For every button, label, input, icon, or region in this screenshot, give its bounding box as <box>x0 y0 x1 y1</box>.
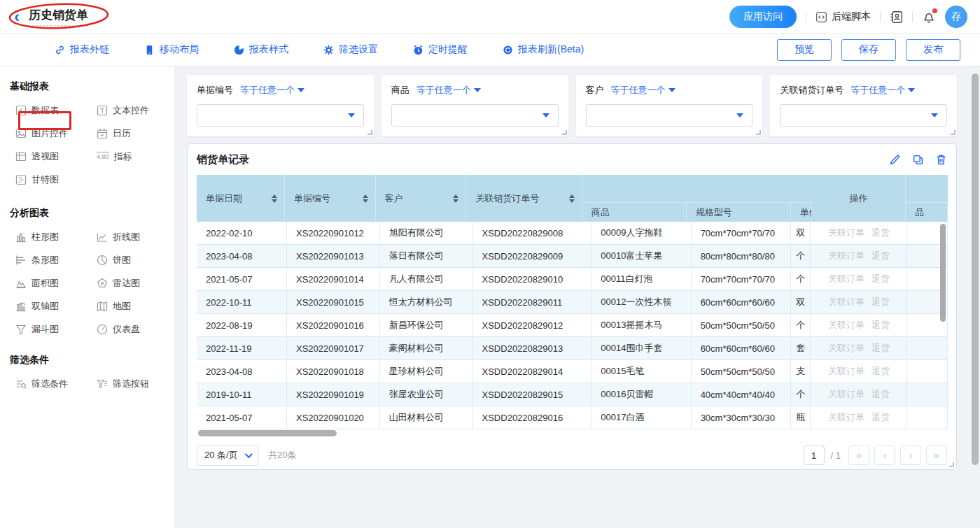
table-row[interactable]: 2021-05-07 XS20220901014 凡人有限公司 XSDD2022… <box>197 268 948 291</box>
next-page-button[interactable]: › <box>900 445 921 465</box>
table-row[interactable]: 2022-10-11 XS20220901015 恒太方材料公司 XSDD202… <box>197 291 948 314</box>
sidebar-item-pie-chart[interactable]: 饼图 <box>97 253 174 266</box>
sort-icon[interactable] <box>272 194 277 203</box>
return-goods-link[interactable]: 退货 <box>872 296 890 308</box>
sidebar-item-pivot[interactable]: 透视图 <box>15 150 97 163</box>
sort-icon[interactable] <box>363 194 368 203</box>
copy-button[interactable] <box>912 154 924 166</box>
related-order-link[interactable]: 关联订单 <box>828 273 864 285</box>
publish-button[interactable]: 发布 <box>906 39 960 61</box>
resize-handle[interactable] <box>756 130 761 135</box>
filter-operator[interactable]: 等于任意一个 <box>611 84 676 97</box>
related-order-link[interactable]: 关联订单 <box>828 250 864 262</box>
delete-button[interactable] <box>935 154 947 166</box>
related-order-link[interactable]: 关联订单 <box>828 342 864 355</box>
app-access-button[interactable]: 应用访问 <box>729 6 797 28</box>
table-horizontal-scrollbar[interactable] <box>197 430 947 437</box>
filter-operator[interactable]: 等于任意一个 <box>850 84 915 97</box>
sort-icon[interactable] <box>453 194 458 203</box>
return-goods-link[interactable]: 退货 <box>872 365 890 378</box>
avatar[interactable]: 存 <box>945 6 967 28</box>
notifications-button[interactable] <box>922 10 936 24</box>
table-row[interactable]: 2021-05-07 XS20220901020 山田材料公司 XSDD2022… <box>197 406 948 429</box>
page-scrollbar-thumb[interactable] <box>972 73 979 465</box>
col-header-date[interactable]: 单据日期 <box>197 175 285 222</box>
resize-handle[interactable] <box>951 130 955 135</box>
toolbar-item-external-link[interactable]: 报表外链 <box>55 43 109 56</box>
col-header-customer[interactable]: 客户 <box>376 175 467 222</box>
return-goods-link[interactable]: 退货 <box>872 250 890 262</box>
table-row[interactable]: 2022-11-19 XS20220901017 豪阁材料公司 XSDD2022… <box>197 337 948 360</box>
table-row[interactable]: 2019-10-11 XS20220901019 张屋农业公司 XSDD2022… <box>197 383 948 406</box>
sort-icon[interactable] <box>569 194 575 203</box>
sidebar-item-metric[interactable]: 4,80 指标 <box>97 150 174 163</box>
edit-button[interactable] <box>889 154 901 166</box>
table-row[interactable]: 2022-08-19 XS20220901016 新昌环保公司 XSDD2022… <box>197 314 948 337</box>
return-goods-link[interactable]: 退货 <box>872 227 890 239</box>
toolbar-item-report-refresh[interactable]: 报表刷新(Beta) <box>503 43 584 56</box>
resize-handle[interactable] <box>368 130 372 135</box>
filter-dropdown[interactable] <box>197 104 364 127</box>
return-goods-link[interactable]: 退货 <box>872 319 890 331</box>
sales-record-table-card[interactable]: 销货单记录 单据日期 单据编号 客户 关联销货订单号 商品 规格型号 单位 <box>187 143 957 470</box>
filter-card-customer[interactable]: 客户 等于任意一个 <box>576 75 763 136</box>
related-order-link[interactable]: 关联订单 <box>828 365 864 378</box>
filter-dropdown[interactable] <box>586 104 753 127</box>
preview-button[interactable]: 预览 <box>777 39 832 61</box>
sidebar-item-filter-condition[interactable]: 筛选条件 <box>15 377 97 390</box>
related-order-link[interactable]: 关联订单 <box>828 296 864 308</box>
filter-card-order-code[interactable]: 单据编号 等于任意一个 <box>187 75 374 136</box>
sidebar-item-line-chart[interactable]: 折线图 <box>97 230 174 243</box>
col-header-unit[interactable]: 单位 <box>791 203 812 222</box>
toolbar-item-report-style[interactable]: 报表样式 <box>234 43 288 56</box>
back-icon[interactable]: ‹ <box>14 8 20 25</box>
sidebar-item-radar-chart[interactable]: 雷达图 <box>97 276 174 290</box>
sidebar-item-gauge[interactable]: 仪表盘 <box>97 322 174 336</box>
table-row[interactable]: 2023-04-08 XS20220901013 落日有限公司 XSDD2022… <box>197 245 948 268</box>
sidebar-item-calendar[interactable]: 日历 <box>97 127 174 140</box>
sidebar-item-column-chart[interactable]: 柱形图 <box>15 230 97 243</box>
return-goods-link[interactable]: 退货 <box>872 273 890 285</box>
sidebar-item-dual-axis-chart[interactable]: 双轴图 <box>15 299 97 313</box>
sidebar-item-text-widget[interactable]: 文本控件 <box>97 104 174 117</box>
contacts-button[interactable] <box>890 10 903 24</box>
table-row[interactable]: 2023-04-08 XS20220901018 星珍材料公司 XSDD2022… <box>197 360 948 383</box>
sidebar-item-data-table[interactable]: 数据表 <box>15 104 97 117</box>
first-page-button[interactable]: « <box>848 445 869 465</box>
return-goods-link[interactable]: 退货 <box>872 388 890 401</box>
page-title[interactable]: 历史销货单 <box>29 7 88 26</box>
sidebar-item-filter-button[interactable]: 筛选按钮 <box>97 377 174 390</box>
toolbar-item-mobile-layout[interactable]: 移动布局 <box>144 43 199 56</box>
col-header-code[interactable]: 单据编号 <box>285 175 376 222</box>
filter-card-product[interactable]: 商品 等于任意一个 <box>382 75 568 136</box>
filter-dropdown[interactable] <box>391 104 559 127</box>
save-button[interactable]: 保存 <box>841 39 896 61</box>
sidebar-item-bar-chart[interactable]: 条形图 <box>15 253 97 266</box>
resize-handle[interactable] <box>949 462 954 467</box>
page-size-select[interactable]: 20 条/页 <box>197 445 258 466</box>
filter-operator[interactable]: 等于任意一个 <box>240 84 304 97</box>
sidebar-item-area-chart[interactable]: 面积图 <box>15 276 97 290</box>
resize-handle[interactable] <box>562 130 567 135</box>
filter-card-related-order[interactable]: 关联销货订单号 等于任意一个 <box>770 75 957 136</box>
filter-operator[interactable]: 等于任意一个 <box>416 84 481 97</box>
return-goods-link[interactable]: 退货 <box>872 411 890 424</box>
table-vertical-scrollbar[interactable] <box>940 224 946 322</box>
toolbar-item-filter-settings[interactable]: 筛选设置 <box>323 43 378 56</box>
scrollbar-thumb[interactable] <box>198 430 337 436</box>
prev-page-button[interactable]: ‹ <box>874 445 895 465</box>
page-input[interactable] <box>804 445 825 465</box>
related-order-link[interactable]: 关联订单 <box>828 319 864 331</box>
sidebar-item-funnel-chart[interactable]: 漏斗图 <box>15 322 97 336</box>
col-header-related-order[interactable]: 关联销货订单号 <box>466 175 582 222</box>
last-page-button[interactable]: » <box>926 445 947 465</box>
related-order-link[interactable]: 关联订单 <box>828 227 864 239</box>
col-header-product[interactable]: 商品 <box>582 203 687 222</box>
return-goods-link[interactable]: 退货 <box>872 342 890 355</box>
sidebar-item-map[interactable]: 地图 <box>97 299 174 313</box>
related-order-link[interactable]: 关联订单 <box>828 411 864 424</box>
backend-script-button[interactable]: 后端脚本 <box>816 10 871 23</box>
related-order-link[interactable]: 关联订单 <box>828 388 864 401</box>
sidebar-item-gantt[interactable]: 甘特图 <box>15 173 97 186</box>
col-header-spec[interactable]: 规格型号 <box>687 203 791 222</box>
